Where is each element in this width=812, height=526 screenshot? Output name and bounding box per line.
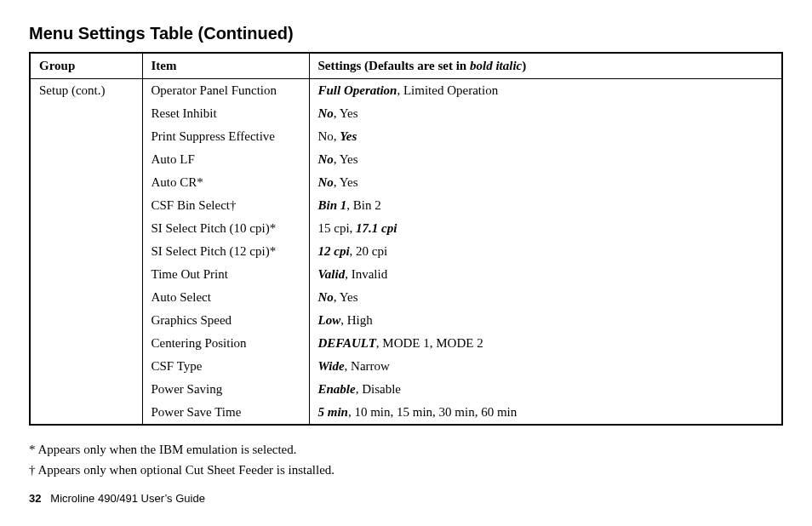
table-row: CSF TypeWide, Narrow xyxy=(30,355,782,378)
table-row: Auto CR*No, Yes xyxy=(30,171,782,194)
table-row: Auto SelectNo, Yes xyxy=(30,286,782,309)
cell-item: SI Select Pitch (12 cpi)* xyxy=(142,240,309,263)
cell-group xyxy=(30,401,142,425)
cell-settings: Enable, Disable xyxy=(309,378,782,401)
page-number: 32 xyxy=(29,492,41,505)
table-row: Time Out PrintValid, Invalid xyxy=(30,263,782,286)
cell-settings: 12 cpi, 20 cpi xyxy=(309,240,782,263)
cell-group xyxy=(30,125,142,148)
table-row: Print Suppress EffectiveNo, Yes xyxy=(30,125,782,148)
table-row: Graphics SpeedLow, High xyxy=(30,309,782,332)
col-header-item: Item xyxy=(142,53,309,79)
table-body: Setup (cont.)Operator Panel FunctionFull… xyxy=(30,79,782,426)
cell-item: CSF Bin Select† xyxy=(142,194,309,217)
doc-title: Microline 490/491 User’s Guide xyxy=(50,492,205,505)
cell-item: Power Saving xyxy=(142,378,309,401)
footnote: * Appears only when the IBM emulation is… xyxy=(29,439,783,460)
cell-group xyxy=(30,378,142,401)
table-row: Power Save Time5 min, 10 min, 15 min, 30… xyxy=(30,401,782,425)
cell-settings: DEFAULT, MODE 1, MODE 2 xyxy=(309,332,782,355)
page-title: Menu Settings Table (Continued) xyxy=(29,24,783,43)
cell-group xyxy=(30,286,142,309)
cell-group xyxy=(30,263,142,286)
table-row: Reset InhibitNo, Yes xyxy=(30,102,782,125)
cell-group xyxy=(30,355,142,378)
table-row: CSF Bin Select†Bin 1, Bin 2 xyxy=(30,194,782,217)
cell-item: Auto Select xyxy=(142,286,309,309)
cell-group xyxy=(30,194,142,217)
cell-settings: Full Operation, Limited Operation xyxy=(309,79,782,103)
col-header-settings: Settings (Defaults are set in bold itali… xyxy=(309,53,782,79)
table-row: Centering PositionDEFAULT, MODE 1, MODE … xyxy=(30,332,782,355)
cell-group xyxy=(30,148,142,171)
col-header-group: Group xyxy=(30,53,142,79)
table-row: Auto LFNo, Yes xyxy=(30,148,782,171)
cell-item: Print Suppress Effective xyxy=(142,125,309,148)
footnotes: * Appears only when the IBM emulation is… xyxy=(29,439,783,480)
cell-group xyxy=(30,102,142,125)
settings-table: Group Item Settings (Defaults are set in… xyxy=(29,52,783,426)
cell-item: CSF Type xyxy=(142,355,309,378)
cell-item: Reset Inhibit xyxy=(142,102,309,125)
cell-item: Graphics Speed xyxy=(142,309,309,332)
cell-settings: No, Yes xyxy=(309,148,782,171)
cell-group xyxy=(30,240,142,263)
cell-settings: 15 cpi, 17.1 cpi xyxy=(309,217,782,240)
table-row: SI Select Pitch (10 cpi)*15 cpi, 17.1 cp… xyxy=(30,217,782,240)
cell-group xyxy=(30,217,142,240)
cell-settings: 5 min, 10 min, 15 min, 30 min, 60 min xyxy=(309,401,782,425)
table-row: Setup (cont.)Operator Panel FunctionFull… xyxy=(30,79,782,103)
table-row: SI Select Pitch (12 cpi)*12 cpi, 20 cpi xyxy=(30,240,782,263)
cell-group xyxy=(30,332,142,355)
cell-group xyxy=(30,309,142,332)
cell-item: Centering Position xyxy=(142,332,309,355)
cell-settings: Wide, Narrow xyxy=(309,355,782,378)
cell-settings: Valid, Invalid xyxy=(309,263,782,286)
cell-settings: No, Yes xyxy=(309,102,782,125)
cell-item: Auto CR* xyxy=(142,171,309,194)
cell-group xyxy=(30,171,142,194)
cell-settings: Low, High xyxy=(309,309,782,332)
page-footer: 32 Microline 490/491 User’s Guide xyxy=(29,492,783,505)
cell-settings: No, Yes xyxy=(309,125,782,148)
cell-settings: Bin 1, Bin 2 xyxy=(309,194,782,217)
cell-item: SI Select Pitch (10 cpi)* xyxy=(142,217,309,240)
footnote: † Appears only when optional Cut Sheet F… xyxy=(29,460,783,480)
table-row: Power SavingEnable, Disable xyxy=(30,378,782,401)
cell-item: Operator Panel Function xyxy=(142,79,309,103)
cell-group: Setup (cont.) xyxy=(30,79,142,103)
cell-item: Auto LF xyxy=(142,148,309,171)
cell-item: Time Out Print xyxy=(142,263,309,286)
cell-settings: No, Yes xyxy=(309,286,782,309)
cell-settings: No, Yes xyxy=(309,171,782,194)
cell-item: Power Save Time xyxy=(142,401,309,425)
